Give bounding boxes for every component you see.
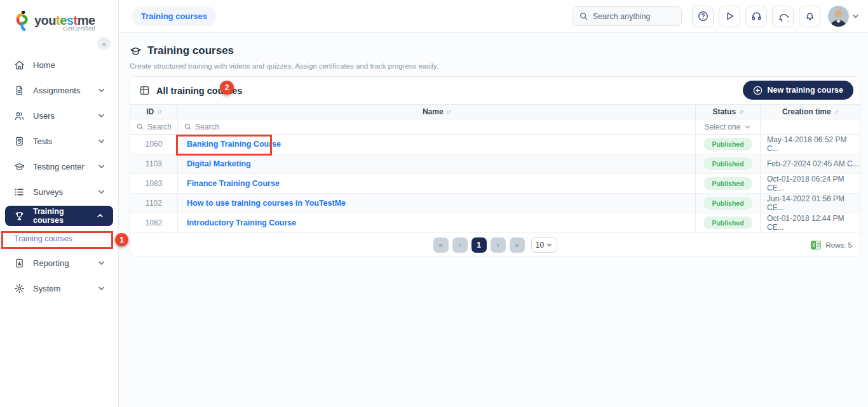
pagination-first-button[interactable]: « bbox=[433, 237, 449, 253]
pagination-prev-button[interactable]: ‹ bbox=[452, 237, 468, 253]
new-training-course-button[interactable]: New training course bbox=[743, 81, 853, 100]
pagination-page-1-button[interactable]: 1 bbox=[471, 237, 487, 253]
sidebar-item-users[interactable]: Users bbox=[0, 103, 118, 128]
tests-icon bbox=[14, 136, 25, 147]
creation-time-filter[interactable] bbox=[760, 119, 860, 134]
course-id: 1102 bbox=[130, 194, 177, 213]
sort-icon[interactable]: ↓↑ bbox=[157, 109, 161, 115]
bell-icon bbox=[804, 11, 815, 22]
table-row[interactable]: 1060 Banking Training Course Published M… bbox=[130, 135, 860, 154]
creation-time: Oct-01-2018 12:44 PM CE... bbox=[760, 213, 860, 232]
chevron-down-icon bbox=[546, 242, 552, 248]
sort-icon[interactable]: ↓↑ bbox=[739, 109, 743, 115]
course-name-link[interactable]: How to use training courses in YouTestMe bbox=[187, 199, 346, 208]
sidebar-item-label: Home bbox=[33, 60, 107, 70]
creation-time: May-14-2018 06:52 PM C... bbox=[760, 135, 860, 154]
page-title-text: Training courses bbox=[147, 44, 234, 57]
course-name-link[interactable]: Finance Training Course bbox=[187, 179, 280, 188]
users-icon bbox=[14, 110, 25, 121]
sidebar-item-label: System bbox=[33, 284, 88, 293]
sidebar-item-surveys[interactable]: Surveys bbox=[0, 179, 118, 204]
sidebar-item-label: Reporting bbox=[33, 258, 88, 268]
sidebar-item-label: Training courses bbox=[33, 207, 86, 225]
breadcrumb[interactable]: Training courses bbox=[132, 6, 217, 26]
table-row[interactable]: 1103 Digital Marketing Published Feb-27-… bbox=[130, 154, 860, 174]
chevron-down-icon bbox=[96, 259, 107, 267]
support-button[interactable] bbox=[745, 6, 767, 27]
profile-menu[interactable] bbox=[828, 6, 859, 27]
app-window: youtestme GetCertified « Home Assignment… bbox=[0, 0, 868, 407]
course-name-link[interactable]: Introductory Training Course bbox=[187, 218, 296, 227]
sort-icon[interactable]: ↓↑ bbox=[834, 109, 839, 115]
sidebar-item-testing-center[interactable]: Testing center bbox=[0, 154, 118, 179]
sidebar-subitem-training-courses[interactable]: Training courses bbox=[0, 227, 118, 250]
chevron-down-icon bbox=[96, 284, 107, 292]
status-badge: Published bbox=[703, 177, 752, 190]
gear-icon bbox=[14, 283, 25, 294]
avatar[interactable] bbox=[828, 6, 849, 27]
sidebar-item-label: Assignments bbox=[33, 86, 88, 95]
graduation-cap-icon bbox=[130, 45, 142, 57]
column-header-name[interactable]: Name↓↑ bbox=[177, 105, 695, 119]
chevron-down-icon bbox=[744, 124, 751, 130]
sidebar-item-training-courses[interactable]: Training courses bbox=[5, 206, 113, 226]
id-filter[interactable] bbox=[130, 119, 177, 134]
global-search-input[interactable] bbox=[593, 12, 672, 21]
chat-button[interactable] bbox=[772, 6, 794, 27]
panel-title: All training courses bbox=[156, 86, 242, 96]
id-filter-input[interactable] bbox=[147, 123, 171, 131]
sort-icon[interactable]: ↓↑ bbox=[447, 109, 451, 115]
name-filter[interactable] bbox=[177, 119, 695, 134]
table-row[interactable]: 1082 Introductory Training Course Publis… bbox=[130, 213, 860, 233]
sidebar-item-assignments[interactable]: Assignments bbox=[0, 77, 118, 103]
status-filter-value: Select one bbox=[705, 123, 741, 131]
trophy-icon bbox=[14, 211, 25, 222]
topbar: Training courses bbox=[119, 0, 868, 33]
headphones-icon bbox=[751, 11, 762, 22]
table-footer: « ‹ 1 › » 10 Rows: 5 bbox=[130, 233, 860, 257]
course-name-link[interactable]: Banking Training Course bbox=[187, 140, 281, 149]
tutorials-button[interactable] bbox=[719, 6, 740, 27]
column-header-status[interactable]: Status↓↑ bbox=[695, 105, 760, 119]
search-icon bbox=[137, 123, 144, 130]
pagination-last-button[interactable]: » bbox=[510, 237, 525, 253]
column-header-creation-time[interactable]: Creation time↓↑ bbox=[760, 105, 860, 119]
excel-export-icon[interactable] bbox=[811, 240, 821, 250]
table-row[interactable]: 1083 Finance Training Course Published O… bbox=[130, 174, 860, 194]
course-name-link[interactable]: Digital Marketing bbox=[187, 159, 251, 168]
table-header-row: ID↓↑ Name↓↑ Status↓↑ Creation time↓↑ bbox=[130, 104, 860, 119]
chevron-down-icon bbox=[96, 163, 107, 170]
help-icon bbox=[698, 11, 709, 22]
status-filter-select[interactable]: Select one bbox=[695, 119, 760, 134]
column-header-id[interactable]: ID↓↑ bbox=[130, 105, 177, 119]
page-title: Training courses bbox=[130, 44, 868, 57]
help-button[interactable] bbox=[692, 6, 714, 27]
assignments-icon bbox=[14, 85, 25, 96]
table-icon bbox=[139, 85, 150, 96]
status-badge: Published bbox=[703, 138, 752, 150]
sidebar-item-system[interactable]: System bbox=[0, 276, 118, 301]
chat-icon bbox=[778, 11, 789, 22]
creation-time: Oct-01-2018 06:24 PM CE... bbox=[760, 174, 860, 193]
global-search[interactable] bbox=[573, 6, 682, 26]
chevron-down-icon bbox=[96, 86, 107, 94]
sidebar-item-label: Surveys bbox=[33, 187, 88, 197]
sidebar-collapse-button[interactable]: « bbox=[97, 37, 111, 50]
table-filter-row: Select one bbox=[130, 119, 860, 135]
page-size-select[interactable]: 10 bbox=[531, 237, 557, 253]
avatar-image bbox=[828, 6, 849, 27]
notifications-button[interactable] bbox=[799, 6, 820, 27]
sidebar-item-label: Users bbox=[33, 111, 88, 121]
new-training-course-label: New training course bbox=[768, 86, 843, 95]
course-id: 1060 bbox=[130, 135, 177, 154]
sidebar-subitem-label: Training courses bbox=[14, 234, 72, 243]
sidebar-item-home[interactable]: Home bbox=[0, 52, 118, 77]
table-row[interactable]: 1102 How to use training courses in YouT… bbox=[130, 194, 860, 213]
sidebar-item-tests[interactable]: Tests bbox=[0, 128, 118, 154]
pagination-next-button[interactable]: › bbox=[491, 237, 506, 253]
name-filter-input[interactable] bbox=[195, 123, 689, 131]
surveys-icon bbox=[14, 187, 25, 197]
status-badge: Published bbox=[703, 157, 752, 170]
sidebar-item-reporting[interactable]: Reporting bbox=[0, 250, 118, 276]
course-id: 1082 bbox=[130, 213, 177, 232]
